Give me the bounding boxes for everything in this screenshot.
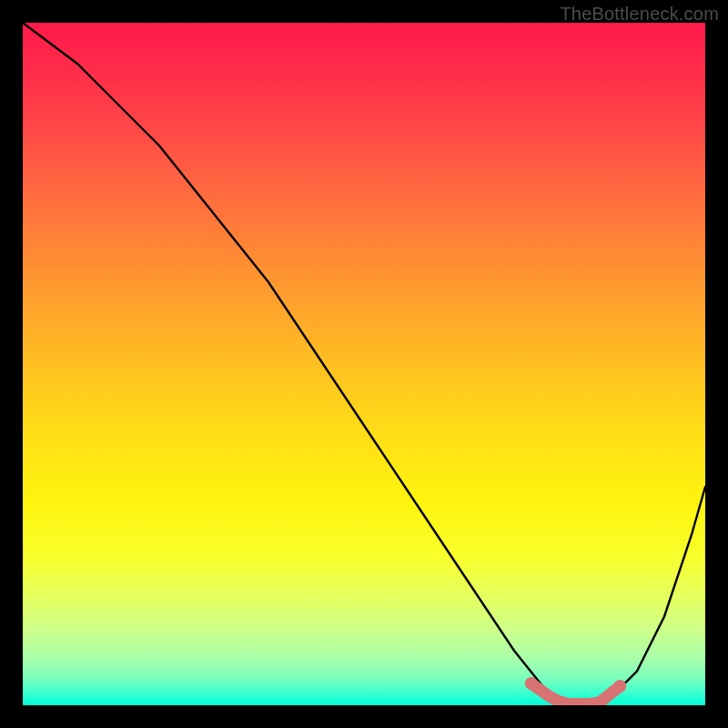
watermark-text: TheBottleneck.com (560, 4, 719, 25)
plot-area (23, 23, 705, 705)
sweet-spot-dot (613, 680, 626, 693)
sweet-spot-markers (531, 683, 621, 704)
chart-frame: TheBottleneck.com (0, 0, 728, 728)
sweet-spot-dot (525, 677, 538, 690)
bottleneck-curve (23, 23, 705, 705)
curve-layer (23, 23, 705, 705)
sweet-spot-endcaps (525, 677, 627, 693)
